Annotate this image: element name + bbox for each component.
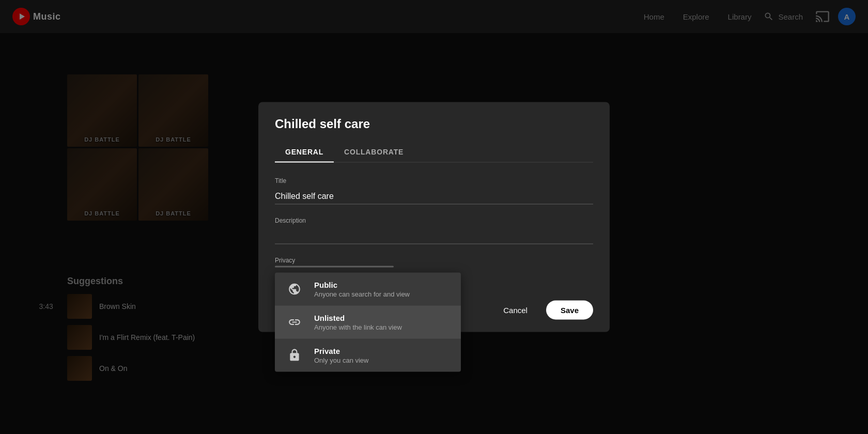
public-subtitle: Anyone can search for and view: [314, 290, 410, 298]
unlisted-subtitle: Anyone with the link can view: [314, 323, 402, 331]
title-input[interactable]: [275, 189, 593, 205]
save-button[interactable]: Save: [546, 301, 593, 320]
privacy-option-unlisted[interactable]: Unlisted Anyone with the link can view: [275, 306, 461, 339]
title-field-group: Title: [275, 177, 593, 205]
cancel-button[interactable]: Cancel: [493, 301, 538, 320]
description-label: Description: [275, 217, 593, 224]
tab-collaborate[interactable]: COLLABORATE: [334, 142, 414, 162]
privacy-dropdown[interactable]: Public Anyone can search for and view Un…: [275, 273, 461, 372]
privacy-option-public[interactable]: Public Anyone can search for and view: [275, 273, 461, 306]
title-label: Title: [275, 177, 593, 184]
tab-collaborate-label: COLLABORATE: [344, 148, 404, 156]
public-option-text: Public Anyone can search for and view: [314, 281, 410, 298]
dialog-title: Chilled self care: [275, 117, 593, 131]
tab-general-label: GENERAL: [285, 148, 323, 156]
privacy-option-private[interactable]: Private Only you can view: [275, 339, 461, 372]
dialog-header: Chilled self care GENERAL COLLABORATE: [258, 102, 610, 163]
link-icon: [285, 313, 304, 332]
description-input[interactable]: [275, 228, 593, 244]
dialog-tabs: GENERAL COLLABORATE: [275, 142, 593, 163]
unlisted-option-text: Unlisted Anyone with the link can view: [314, 314, 402, 331]
private-subtitle: Only you can view: [314, 357, 369, 364]
public-title: Public: [314, 281, 410, 289]
unlisted-title: Unlisted: [314, 314, 402, 322]
tab-general[interactable]: GENERAL: [275, 142, 334, 162]
lock-icon: [285, 346, 304, 365]
privacy-label: Privacy: [275, 257, 593, 264]
privacy-field-group: Privacy: [275, 257, 593, 268]
globe-icon: [285, 280, 304, 299]
private-option-text: Private Only you can view: [314, 347, 369, 364]
private-title: Private: [314, 347, 369, 355]
description-field-group: Description: [275, 217, 593, 244]
playlist-settings-dialog: Chilled self care GENERAL COLLABORATE Ti…: [258, 102, 610, 332]
privacy-bar: [275, 266, 394, 268]
